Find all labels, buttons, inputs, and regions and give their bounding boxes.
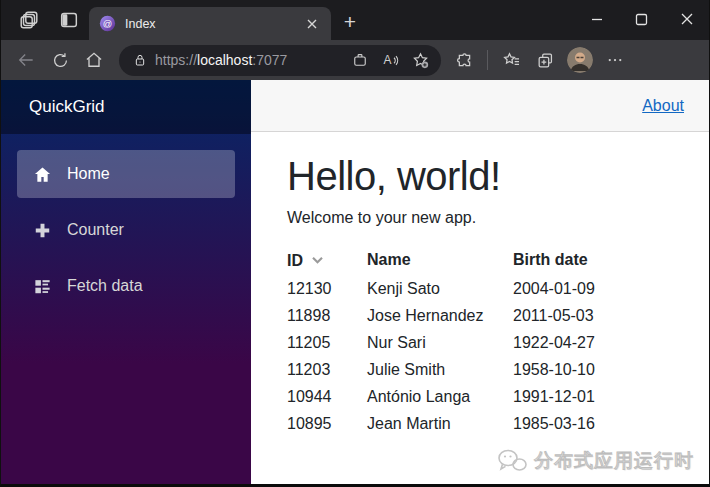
nav-menu: Home Counter Fetch data	[1, 134, 251, 310]
top-row: About	[251, 80, 709, 132]
home-icon	[31, 163, 53, 185]
cell-name: Kenji Sato	[367, 275, 513, 302]
lock-icon[interactable]	[129, 49, 151, 71]
tab-title: Index	[125, 17, 303, 31]
app-brand[interactable]: QuickGrid	[1, 80, 251, 134]
new-tab-button[interactable]: +	[337, 10, 363, 36]
content: Hello, world! Welcome to your new app. I…	[251, 132, 709, 459]
column-header-id[interactable]: ID	[287, 245, 367, 275]
list-icon	[31, 275, 53, 297]
sidebar-item-fetch-data[interactable]: Fetch data	[17, 262, 235, 310]
cell-birthdate: 1922-04-27	[513, 329, 643, 356]
close-window-button[interactable]	[664, 0, 709, 38]
extensions-icon[interactable]	[447, 44, 481, 76]
tab-actions-menu-icon[interactable]	[57, 8, 81, 32]
column-header-name[interactable]: Name	[367, 245, 513, 275]
sidebar-item-label: Counter	[67, 221, 124, 239]
cell-name: Jose Hernandez	[367, 302, 513, 329]
cell-name: Jean Martin	[367, 410, 513, 437]
cell-id: 11898	[287, 302, 367, 329]
cell-id: 12130	[287, 275, 367, 302]
sidebar-item-counter[interactable]: Counter	[17, 206, 235, 254]
sidebar-item-home[interactable]: Home	[17, 150, 235, 198]
back-button[interactable]	[9, 44, 43, 76]
plus-icon	[31, 219, 53, 241]
sidebar: QuickGrid Home Counter	[1, 80, 251, 484]
tab-strip: @ Index +	[1, 0, 709, 40]
address-bar[interactable]: https://localhost:7077 A	[119, 45, 441, 76]
page-body: QuickGrid Home Counter	[1, 80, 709, 484]
about-link[interactable]: About	[642, 97, 684, 115]
maximize-button[interactable]	[619, 0, 664, 38]
svg-text:A: A	[383, 53, 391, 67]
cell-id: 11205	[287, 329, 367, 356]
cell-birthdate: 2011-05-03	[513, 302, 643, 329]
browser-tab-index[interactable]: @ Index	[89, 7, 331, 40]
browser-toolbar: https://localhost:7077 A	[1, 40, 709, 80]
url-scheme: https://	[155, 52, 197, 68]
sidebar-item-label: Fetch data	[67, 277, 143, 295]
sidebar-item-label: Home	[67, 165, 110, 183]
page-title: Hello, world!	[287, 154, 673, 199]
refresh-button[interactable]	[43, 44, 77, 76]
table-row: 11203 Julie Smith 1958-10-10	[287, 356, 643, 383]
table-row: 12130 Kenji Sato 2004-01-09	[287, 275, 643, 302]
split-screen-icon[interactable]	[345, 46, 375, 74]
workspaces-icon[interactable]	[17, 8, 41, 32]
blazor-favicon-icon: @	[99, 15, 116, 32]
table-row: 11205 Nur Sari 1922-04-27	[287, 329, 643, 356]
cell-id: 11203	[287, 356, 367, 383]
cell-birthdate: 1985-03-16	[513, 410, 643, 437]
svg-text:@: @	[103, 19, 113, 29]
profile-avatar[interactable]	[567, 47, 593, 73]
main-area: About Hello, world! Welcome to your new …	[251, 80, 709, 484]
cell-name: Nur Sari	[367, 329, 513, 356]
table-row: 11898 Jose Hernandez 2011-05-03	[287, 302, 643, 329]
cell-name: Julie Smith	[367, 356, 513, 383]
table-row: 10895 Jean Martin 1985-03-16	[287, 410, 643, 437]
home-button[interactable]	[77, 44, 111, 76]
sort-descending-icon	[311, 251, 324, 269]
favorites-icon[interactable]	[494, 44, 528, 76]
cell-name: António Langa	[367, 383, 513, 410]
app-brand-label: QuickGrid	[29, 97, 105, 117]
collections-icon[interactable]	[528, 44, 562, 76]
column-header-birthdate[interactable]: Birth date	[513, 245, 643, 275]
page-subtitle: Welcome to your new app.	[287, 209, 673, 227]
add-favorites-icon[interactable]	[405, 46, 435, 74]
minimize-button[interactable]	[574, 0, 619, 38]
cell-birthdate: 1991-12-01	[513, 383, 643, 410]
window-controls	[574, 0, 709, 40]
url-port: :7077	[252, 52, 287, 68]
url-text: https://localhost:7077	[155, 52, 345, 68]
settings-menu-icon[interactable]	[598, 44, 632, 76]
cell-birthdate: 2004-01-09	[513, 275, 643, 302]
table-row: 10944 António Langa 1991-12-01	[287, 383, 643, 410]
tab-close-icon[interactable]	[303, 15, 321, 33]
read-aloud-icon[interactable]: A	[375, 46, 405, 74]
cell-id: 10944	[287, 383, 367, 410]
browser-window: @ Index +	[0, 0, 710, 487]
url-host: localhost	[197, 52, 252, 68]
toolbar-divider	[487, 50, 488, 70]
data-grid: ID Name Birth date 12130 Kenji Sato 2004…	[287, 245, 643, 437]
cell-birthdate: 1958-10-10	[513, 356, 643, 383]
cell-id: 10895	[287, 410, 367, 437]
